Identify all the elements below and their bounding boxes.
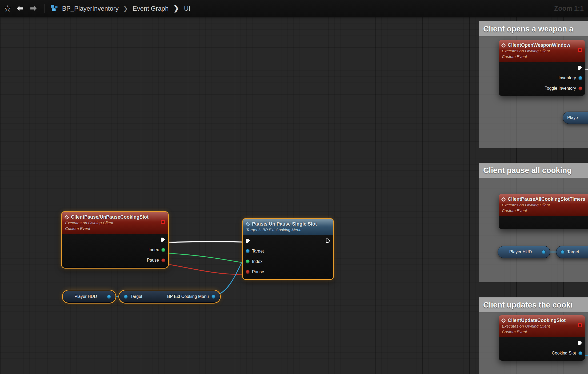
- client-only-badge-icon: [578, 323, 582, 327]
- breadcrumb-event-graph[interactable]: Event Graph: [133, 5, 169, 12]
- pin-label: Cooking Slot: [552, 351, 576, 356]
- comment-title: Client opens a weapon a: [483, 25, 573, 33]
- exec-out-pin[interactable]: [161, 237, 165, 242]
- comment-header[interactable]: Client opens a weapon a: [479, 21, 588, 36]
- comment-header[interactable]: Client pause all cooking: [479, 163, 588, 178]
- cooking-menu-out-pin[interactable]: [211, 295, 215, 299]
- pin-label: Inventory: [558, 76, 576, 80]
- node-subtitle: Custom Event: [502, 54, 573, 59]
- pause-wire: [165, 264, 246, 274]
- toolbar-separator: [44, 4, 45, 13]
- breadcrumb-chevron-icon: ❯: [172, 4, 180, 13]
- node-subtitle: Target is BP Ext Cooking Menu: [246, 227, 321, 233]
- node-title: ClientPause/UnPauseCookingSlot: [71, 214, 149, 220]
- zoom-level-label: Zoom 1:1: [554, 5, 584, 12]
- node-get-bp-ext-cooking-menu[interactable]: Target BP Ext Cooking Menu: [119, 290, 220, 303]
- exec-out-pin[interactable]: [326, 238, 330, 243]
- node-subtitle: Executes on Owning Client: [502, 323, 573, 329]
- favorite-star-icon[interactable]: ☆: [4, 4, 11, 13]
- node-client-open-weapon-window[interactable]: ClientOpenWeaponWindow Executes on Ownin…: [499, 40, 585, 96]
- player-hud-out-pin[interactable]: [107, 295, 111, 299]
- index-wire: [165, 253, 246, 263]
- breadcrumb-toolbar: ☆ BP_PlayerInventory ❯ Event Graph ❯ UI …: [0, 0, 588, 17]
- node-title: Pause/ Un Pause Single Slot: [252, 221, 317, 227]
- node-client-pause-all-cooking-slot-timers[interactable]: ClientPauseAllCookingSlotTimers Executes…: [499, 194, 588, 229]
- node-title: ClientUpdateCookingSlot: [508, 318, 566, 323]
- function-diamond-icon: [246, 222, 250, 226]
- breadcrumb-root[interactable]: BP_PlayerInventory: [62, 5, 119, 12]
- node-header: ClientPauseAllCookingSlotTimers Executes…: [499, 194, 588, 216]
- event-diamond-icon: [65, 215, 69, 219]
- pin-label: Index: [252, 259, 262, 264]
- node-header: Pause/ Un Pause Single Slot Target is BP…: [243, 219, 333, 235]
- pin-label: Pause: [252, 270, 264, 274]
- node-title: ClientPauseAllCookingSlotTimers: [508, 196, 585, 202]
- node-get-player-hud-right[interactable]: Player HUD: [498, 246, 550, 258]
- node-title: ClientOpenWeaponWindow: [508, 42, 570, 48]
- breadcrumb-chevron-icon: ❯: [122, 5, 129, 12]
- pill-label: Playe: [567, 115, 578, 120]
- pill-label: Player HUD: [502, 250, 539, 254]
- node-client-pause-unpause-cooking-slot[interactable]: ClientPause/UnPauseCookingSlot Executes …: [62, 212, 168, 268]
- event-diamond-icon: [501, 197, 506, 202]
- inventory-out-pin[interactable]: [578, 76, 582, 80]
- target-in-pin[interactable]: [124, 295, 128, 299]
- target-wire: [215, 254, 246, 296]
- breadcrumb-ui[interactable]: UI: [184, 5, 190, 12]
- exec-in-pin[interactable]: [246, 238, 250, 243]
- event-diamond-icon: [501, 318, 506, 323]
- pin-label: Target: [567, 250, 579, 254]
- player-hud-out-pin[interactable]: [542, 250, 546, 254]
- index-out-pin[interactable]: [161, 248, 165, 252]
- pin-label: Target: [252, 249, 264, 254]
- cooking-slot-out-pin[interactable]: [578, 351, 582, 355]
- index-in-pin[interactable]: [246, 259, 250, 263]
- client-only-badge-icon: [578, 48, 582, 52]
- node-subtitle: Executes on Owning Client: [502, 48, 573, 54]
- exec-out-pin[interactable]: [578, 341, 582, 345]
- comment-header[interactable]: Client updates the cooki: [479, 297, 588, 312]
- pause-out-pin[interactable]: [161, 258, 165, 262]
- pause-in-pin[interactable]: [246, 270, 250, 274]
- blueprint-class-icon: [50, 4, 58, 13]
- node-header: ClientOpenWeaponWindow Executes on Ownin…: [499, 40, 585, 62]
- pill-label: BP Ext Cooking Menu: [167, 294, 209, 299]
- node-header: ClientUpdateCookingSlot Executes on Owni…: [499, 315, 585, 337]
- node-subtitle: Custom Event: [65, 226, 156, 231]
- comment-title: Client updates the cooki: [483, 301, 573, 309]
- node-subtitle: Executes on Owning Client: [502, 202, 583, 208]
- node-target-pill-truncated[interactable]: Target: [556, 246, 588, 258]
- client-only-badge-icon: [161, 220, 165, 224]
- back-arrow-icon[interactable]: [15, 4, 25, 13]
- node-subtitle: Custom Event: [502, 208, 583, 213]
- node-get-player-hud[interactable]: Player HUD: [63, 290, 115, 303]
- pin-label: Toggle Inventory: [545, 86, 576, 91]
- node-client-update-cooking-slot[interactable]: ClientUpdateCookingSlot Executes on Owni…: [499, 315, 585, 361]
- exec-out-pin[interactable]: [578, 65, 582, 70]
- target-in-pin[interactable]: [561, 250, 565, 254]
- pill-label: Player HUD: [67, 294, 104, 299]
- comment-title: Client pause all cooking: [483, 166, 572, 175]
- blueprint-graph-canvas[interactable]: Client opens a weapon a Client pause all…: [0, 0, 588, 374]
- event-diamond-icon: [501, 43, 506, 48]
- node-header: ClientPause/UnPauseCookingSlot Executes …: [62, 212, 168, 234]
- pin-label: Index: [149, 247, 159, 252]
- node-subtitle: Custom Event: [502, 329, 573, 334]
- pin-label: Target: [130, 294, 142, 299]
- forward-arrow-icon[interactable]: [29, 4, 38, 13]
- comment-body: [479, 178, 588, 282]
- exec-wire: [165, 242, 245, 242]
- node-get-player-hud-truncated[interactable]: Playe: [563, 112, 588, 124]
- node-pause-unpause-single-slot[interactable]: Pause/ Un Pause Single Slot Target is BP…: [243, 219, 333, 279]
- pin-label: Pause: [147, 258, 159, 263]
- target-in-pin[interactable]: [246, 249, 250, 253]
- node-subtitle: Executes on Owning Client: [65, 220, 156, 226]
- toggle-inventory-out-pin[interactable]: [578, 86, 582, 90]
